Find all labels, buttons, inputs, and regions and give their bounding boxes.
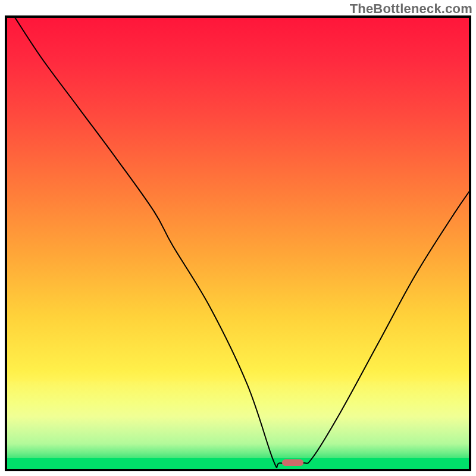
- curve-path: [14, 15, 471, 468]
- optimal-marker: [282, 459, 303, 466]
- chart-frame: [5, 15, 471, 471]
- chart-plot: [5, 15, 471, 471]
- watermark-text: TheBottleneck.com: [350, 1, 472, 17]
